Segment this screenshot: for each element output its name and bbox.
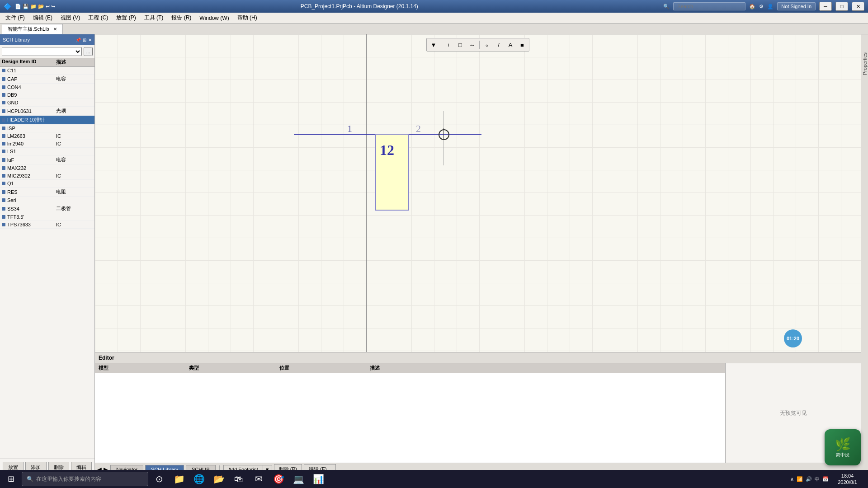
- tab-schlib[interactable]: 智能车主板.SchLib ✕: [2, 24, 63, 34]
- filter-select[interactable]: [2, 47, 82, 56]
- column-header-desc: 描述: [56, 59, 93, 66]
- tray-ime[interactable]: 中: [815, 476, 820, 483]
- task-icon-app3[interactable]: 📊: [309, 470, 327, 488]
- task-icon-cortana[interactable]: ⊙: [150, 470, 168, 488]
- tray-sound[interactable]: 🔊: [806, 476, 812, 482]
- menu-bar: 文件 (F) 编辑 (E) 视图 (V) 工程 (C) 放置 (P) 工具 (T…: [0, 13, 868, 23]
- tab-bar: 智能车主板.SchLib ✕: [0, 23, 868, 34]
- panel-filter: ...: [0, 45, 94, 58]
- search-input[interactable]: [673, 2, 745, 10]
- window-title: PCB_Project1.PrjPcb - Altium Designer (2…: [55, 3, 663, 9]
- add-tool[interactable]: +: [443, 40, 454, 50]
- item-icon: [2, 174, 5, 178]
- list-item[interactable]: RES电阻: [0, 188, 94, 197]
- menu-file[interactable]: 文件 (F): [2, 13, 28, 23]
- panel-pin-button[interactable]: 📌: [75, 38, 81, 42]
- pin1-wire: [294, 134, 375, 135]
- editor-table: 模型 类型 位置 描述: [95, 363, 725, 463]
- timer-circle[interactable]: 01:20: [784, 329, 802, 347]
- left-panel: SCH Library 📌 ⊞ ✕ ... Design Item ID 描述 …: [0, 34, 95, 475]
- minimize-button[interactable]: ─: [819, 2, 832, 11]
- item-icon: [2, 190, 5, 194]
- list-item[interactable]: luF电容: [0, 155, 94, 164]
- fill-tool[interactable]: ■: [517, 40, 528, 50]
- list-item-selected[interactable]: HEADER 10排针: [0, 116, 94, 125]
- tray-network[interactable]: 📶: [797, 476, 803, 482]
- schematic-canvas[interactable]: 12 1 2 01:20: [95, 34, 861, 352]
- properties-label[interactable]: Properties: [862, 52, 868, 75]
- pin-tool[interactable]: ⬦: [481, 40, 492, 50]
- list-item[interactable]: C11: [0, 67, 94, 75]
- bottom-section: Editor 模型 类型 位置 描述 无预览可见 ◀ ▶: [95, 352, 861, 475]
- item-icon: [2, 77, 5, 81]
- list-item[interactable]: GND: [0, 99, 94, 107]
- menu-edit[interactable]: 编辑 (E): [29, 13, 56, 23]
- filter-tool[interactable]: ▼: [428, 40, 439, 50]
- panel-title: SCH Library: [3, 37, 30, 42]
- task-icon-app2[interactable]: 💻: [289, 470, 307, 488]
- list-item[interactable]: Q1: [0, 180, 94, 188]
- text-tool[interactable]: A: [505, 40, 516, 50]
- task-icon-store[interactable]: 🛍: [230, 470, 248, 488]
- menu-place[interactable]: 放置 (P): [113, 13, 139, 23]
- list-item[interactable]: TFT3.5': [0, 213, 94, 221]
- panel-close-button[interactable]: ✕: [88, 38, 92, 42]
- menu-help[interactable]: 帮助 (H): [234, 13, 261, 23]
- tab-close[interactable]: ✕: [53, 27, 57, 32]
- list-item[interactable]: TPS73633IC: [0, 221, 94, 229]
- taskbar: ⊞ 🔍 在这里输入你要搜索的内容 ⊙ 📁 🌐 📂 🛍 ✉ 🎯 💻 📊 ∧ 📶 🔊…: [0, 470, 868, 488]
- settings-icon[interactable]: ⚙: [759, 4, 764, 9]
- item-icon: [2, 150, 5, 153]
- home-icon[interactable]: 🏠: [749, 4, 755, 9]
- list-item[interactable]: MIC29302IC: [0, 172, 94, 180]
- editor-content: 模型 类型 位置 描述 无预览可见: [95, 363, 861, 463]
- taskbar-search[interactable]: 🔍 在这里输入你要搜索的内容: [22, 472, 148, 486]
- task-icon-mail[interactable]: ✉: [250, 470, 268, 488]
- tray-date-icon[interactable]: 📅: [822, 476, 829, 482]
- list-item[interactable]: Seri: [0, 197, 94, 204]
- list-item[interactable]: SS34二极管: [0, 204, 94, 213]
- tray-arrow[interactable]: ∧: [790, 476, 794, 482]
- start-button[interactable]: ⊞: [2, 470, 20, 488]
- close-button[interactable]: ✕: [852, 2, 864, 11]
- list-item[interactable]: LM2663IC: [0, 132, 94, 140]
- list-item[interactable]: DB9: [0, 91, 94, 99]
- taskbar-search-text: 在这里输入你要搜索的内容: [36, 475, 101, 483]
- task-icon-files[interactable]: 📁: [170, 470, 188, 488]
- not-signed-button[interactable]: Not Signed In: [777, 2, 816, 10]
- system-clock[interactable]: 18:04 2020/8/1: [834, 473, 861, 486]
- task-icon-edge[interactable]: 🌐: [190, 470, 208, 488]
- pin1-label: 1: [347, 123, 352, 135]
- app-icon-label: 简中没: [836, 452, 849, 458]
- line-tool[interactable]: /: [493, 40, 504, 50]
- list-item[interactable]: lm2940IC: [0, 140, 94, 148]
- panel-float-button[interactable]: ⊞: [83, 38, 86, 42]
- app-icon-overlay[interactable]: 🌿 简中没: [825, 429, 861, 465]
- align-tool[interactable]: ↔: [467, 40, 477, 50]
- task-icon-explorer[interactable]: 📂: [210, 470, 228, 488]
- component-body-label: 12: [380, 142, 394, 159]
- canvas-toolbar: ▼ + □ ↔ ⬦ / A ■: [426, 38, 529, 52]
- maximize-button[interactable]: □: [835, 2, 848, 11]
- search-icon: 🔍: [663, 4, 670, 9]
- rect-tool[interactable]: □: [455, 40, 466, 50]
- user-icon[interactable]: 👤: [767, 4, 774, 9]
- list-item[interactable]: LS1: [0, 148, 94, 155]
- list-item[interactable]: MAX232: [0, 164, 94, 172]
- list-item[interactable]: ISP: [0, 125, 94, 132]
- list-item[interactable]: CAP电容: [0, 75, 94, 84]
- clock-date: 2020/8/1: [838, 479, 857, 485]
- menu-project[interactable]: 工程 (C): [85, 13, 112, 23]
- item-icon: [2, 223, 5, 226]
- menu-view[interactable]: 视图 (V): [57, 13, 84, 23]
- filter-more-button[interactable]: ...: [84, 47, 93, 56]
- list-item[interactable]: HCPL0631光耦: [0, 107, 94, 116]
- item-icon: [2, 198, 5, 202]
- menu-report[interactable]: 报告 (R): [168, 13, 195, 23]
- title-bar: 🔷 📄 💾 📁 📂 ↩ ↪ PCB_Project1.PrjPcb - Alti…: [0, 0, 868, 13]
- item-icon: [2, 118, 5, 122]
- menu-window[interactable]: Window (W): [196, 14, 232, 22]
- list-item[interactable]: CON4: [0, 84, 94, 91]
- task-icon-app1[interactable]: 🎯: [269, 470, 288, 488]
- menu-tools[interactable]: 工具 (T): [141, 13, 167, 23]
